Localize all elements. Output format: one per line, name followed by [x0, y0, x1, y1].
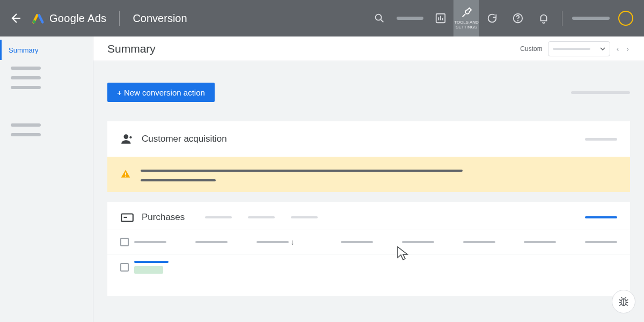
- sidebar: Summary: [0, 36, 93, 322]
- column-header[interactable]: [440, 241, 495, 243]
- topbar: Google Ads Conversion TOOLS AND SETTINGS: [0, 0, 644, 36]
- table-cell: [134, 261, 190, 274]
- placeholder-line: [205, 216, 232, 218]
- page-title: Summary: [107, 42, 156, 55]
- section-title: Conversion: [133, 12, 187, 25]
- sidebar-item-placeholder[interactable]: [11, 123, 41, 127]
- new-conversion-action-button[interactable]: + New conversion action: [107, 83, 215, 102]
- link-placeholder[interactable]: [134, 261, 169, 263]
- sort-down-icon: ↓: [291, 238, 295, 246]
- row-checkbox[interactable]: [120, 263, 129, 272]
- button-label: + New conversion action: [117, 88, 205, 97]
- date-range-label: Custom: [520, 45, 542, 53]
- column-header[interactable]: [317, 241, 373, 243]
- prev-period-button[interactable]: ‹: [616, 45, 620, 53]
- svg-point-5: [124, 134, 129, 139]
- sidebar-item-label: Summary: [9, 46, 39, 54]
- column-header[interactable]: [378, 241, 434, 243]
- google-ads-logo-icon: [32, 12, 44, 24]
- placeholder-line: [397, 17, 423, 20]
- customer-acquisition-card: Customer acquisition: [107, 121, 630, 192]
- search-icon[interactable]: [367, 0, 392, 36]
- sidebar-item-placeholder[interactable]: [11, 86, 41, 89]
- person-add-icon: [120, 132, 134, 146]
- table-row[interactable]: [107, 254, 630, 280]
- next-period-button[interactable]: ›: [625, 45, 630, 53]
- column-header[interactable]: [561, 241, 617, 243]
- status-badge: [134, 266, 163, 274]
- brand-logo[interactable]: Google Ads: [32, 12, 106, 25]
- brand-text: Google Ads: [49, 12, 106, 25]
- svg-point-0: [33, 20, 35, 23]
- svg-rect-7: [125, 175, 126, 177]
- table-header-row: ↓: [107, 230, 630, 254]
- placeholder-line: [572, 17, 610, 20]
- placeholder-line: [291, 216, 318, 218]
- warning-icon: [120, 169, 131, 179]
- warning-banner: [107, 157, 630, 192]
- main-content: Summary Custom ‹ › + New conversion acti…: [93, 36, 644, 322]
- svg-point-1: [376, 14, 382, 20]
- sidebar-item-placeholder[interactable]: [11, 133, 41, 136]
- sidebar-item-summary[interactable]: Summary: [0, 40, 93, 60]
- link-placeholder[interactable]: [585, 216, 617, 218]
- account-avatar[interactable]: [618, 11, 633, 26]
- tools-settings-icon[interactable]: TOOLS AND SETTINGS: [453, 0, 479, 36]
- back-arrow-icon[interactable]: [9, 12, 21, 25]
- warning-text-placeholder: [141, 170, 463, 172]
- topbar-actions: TOOLS AND SETTINGS: [367, 0, 635, 36]
- card-title: Customer acquisition: [142, 134, 227, 144]
- column-header[interactable]: [134, 241, 190, 243]
- help-icon[interactable]: [505, 0, 531, 36]
- card-icon: [120, 210, 134, 224]
- chevron-down-icon: [600, 47, 605, 50]
- feedback-button[interactable]: [612, 290, 635, 313]
- purchases-card: Purchases ↓: [107, 202, 630, 296]
- sidebar-item-placeholder[interactable]: [11, 67, 41, 70]
- column-header[interactable]: [501, 241, 557, 243]
- select-all-checkbox[interactable]: [120, 238, 129, 246]
- reports-icon[interactable]: [428, 0, 453, 36]
- content-area: + New conversion action Customer acquisi…: [93, 61, 644, 322]
- sidebar-item-placeholder[interactable]: [11, 76, 41, 79]
- divider: [562, 11, 562, 26]
- notifications-icon[interactable]: [531, 0, 557, 36]
- refresh-icon[interactable]: [479, 0, 505, 36]
- main-header: Summary Custom ‹ ›: [93, 36, 644, 61]
- placeholder-line: [585, 138, 617, 141]
- svg-point-4: [518, 20, 518, 21]
- divider: [119, 11, 120, 26]
- card-title: Purchases: [142, 212, 185, 223]
- bug-icon: [618, 296, 630, 308]
- svg-rect-6: [125, 173, 126, 175]
- tools-label: TOOLS AND SETTINGS: [453, 20, 479, 30]
- placeholder-line: [571, 91, 630, 94]
- placeholder-line: [248, 216, 275, 218]
- date-range-dropdown[interactable]: [548, 41, 610, 56]
- warning-text-placeholder: [141, 179, 216, 181]
- column-header[interactable]: [195, 241, 251, 243]
- column-header-sorted[interactable]: ↓: [257, 238, 312, 246]
